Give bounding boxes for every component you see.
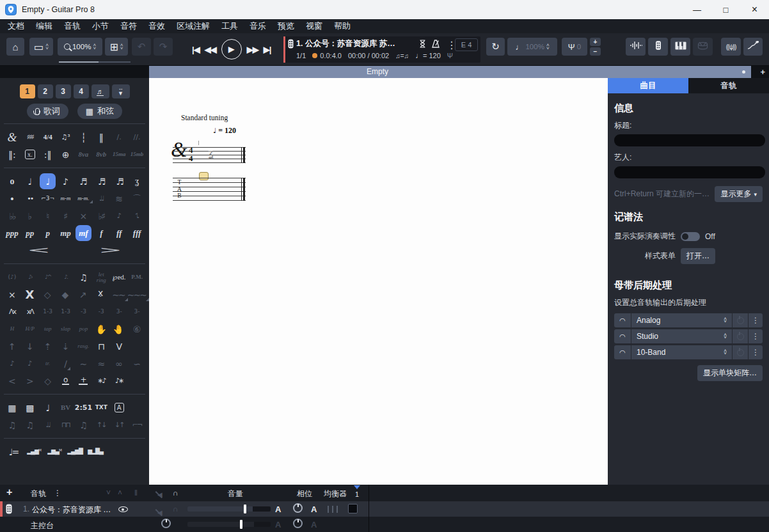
collapse-up-icon[interactable]: ˄ bbox=[118, 489, 122, 497]
wave-icon[interactable]: ∼ bbox=[80, 359, 88, 368]
triplet-feel-icon[interactable]: ♫³ bbox=[61, 134, 70, 141]
mastering-select-10band[interactable]: 10-Band ˄˅ bbox=[631, 345, 732, 359]
golpe-thumb-icon[interactable]: ♪∗ bbox=[115, 377, 123, 384]
let-ring-notes-icon[interactable]: ♫ bbox=[79, 273, 88, 282]
redo-button[interactable]: ↷ bbox=[154, 38, 173, 56]
chords-button[interactable]: ▦ 和弦 bbox=[77, 104, 122, 119]
beam-group-icon[interactable]: ⊓⊓ bbox=[61, 421, 70, 428]
arpeggio-up-icon[interactable]: ⇡ bbox=[44, 342, 52, 351]
voice-2-button[interactable]: 2 bbox=[38, 84, 53, 98]
text-annotation-icon[interactable]: TXT bbox=[95, 405, 107, 411]
wah-open-icon[interactable]: o bbox=[62, 377, 69, 385]
auto-beam-icon[interactable]: ♫ bbox=[8, 421, 17, 430]
quarter-rest-icon[interactable]: ʓ bbox=[135, 177, 139, 186]
pop-icon[interactable]: pop bbox=[79, 326, 88, 332]
play-icon[interactable]: ▶ bbox=[221, 39, 242, 59]
loop-button[interactable]: ↻ bbox=[486, 38, 505, 56]
pick-upstroke-icon[interactable]: V bbox=[116, 342, 122, 351]
custom-tuplet-icon[interactable]: m-m. bbox=[77, 196, 89, 201]
grace-before-beat-icon[interactable]: ♪ bbox=[10, 360, 14, 367]
menu-item[interactable]: 文档 bbox=[8, 20, 24, 32]
voice-1-button[interactable]: 1 bbox=[20, 84, 35, 98]
pan-automation-icon[interactable]: ▆▂█▄ bbox=[88, 449, 103, 455]
quindicesima-alta-icon[interactable]: 15ma bbox=[113, 152, 126, 157]
master-gain-knob[interactable] bbox=[161, 519, 171, 528]
multivoice-icon[interactable]: ⌐¬ bbox=[132, 421, 141, 428]
natural-icon[interactable]: ♮ bbox=[46, 212, 49, 221]
vibrato-icon[interactable]: ∼∼ bbox=[112, 290, 124, 299]
dynamic-ppp-icon[interactable]: ppp bbox=[6, 229, 19, 237]
transpose-control[interactable]: Ψ 0 bbox=[562, 38, 587, 56]
triplet-icon[interactable]: ⌐3¬ bbox=[41, 196, 54, 201]
key-signature-icon[interactable]: ♯♯♯ bbox=[27, 134, 33, 141]
power-button[interactable] bbox=[733, 345, 748, 359]
open-repeat-icon[interactable]: ‖: bbox=[8, 150, 16, 159]
dynamic-fff-icon[interactable]: fff bbox=[133, 229, 141, 237]
title-input[interactable] bbox=[614, 134, 765, 146]
lyrics-button[interactable]: 歌词 bbox=[27, 104, 68, 119]
menu-item[interactable]: 音乐 bbox=[250, 20, 266, 32]
sixty-fourth-note-icon[interactable]: ♬ bbox=[116, 177, 122, 186]
visibility-eye-icon[interactable] bbox=[118, 506, 128, 512]
score-area[interactable]: Standard tuning ♩ = 120 & 44 ʓ TAB bbox=[149, 78, 608, 485]
menu-item[interactable]: 区域注解 bbox=[177, 20, 210, 32]
dynamic-pp-icon[interactable]: pp bbox=[26, 229, 34, 237]
ghost-note-icon[interactable]: (♪) bbox=[8, 274, 17, 280]
track-info-display[interactable]: 1. 公众号：苏音资源库 苏… ⋮ E 4 1/1 0.0:4.0 00:00 … bbox=[283, 36, 480, 63]
menu-item[interactable]: 编辑 bbox=[36, 20, 52, 32]
zoom-slider[interactable] bbox=[59, 61, 131, 63]
tie-notes-icon[interactable]: ♩♩ bbox=[99, 195, 103, 202]
kebab-menu-icon[interactable]: ⋮ bbox=[54, 489, 61, 497]
hammer-pull-icon[interactable]: H/P bbox=[26, 326, 35, 332]
whammy-dip-icon[interactable]: x bbox=[98, 288, 103, 301]
show-more-button[interactable]: 显示更多 ▾ bbox=[715, 186, 763, 202]
show-pedalboard-matrix-button[interactable]: 显示单块矩阵… bbox=[697, 365, 763, 381]
golpe-finger-icon[interactable]: ∗♪ bbox=[97, 377, 105, 384]
staccato-icon[interactable]: ♪. bbox=[64, 274, 67, 280]
mastering-select-studio[interactable]: Studio ˄˅ bbox=[631, 329, 732, 343]
tuplet-icon[interactable]: m-m bbox=[61, 196, 71, 201]
line-in-button[interactable] bbox=[743, 38, 763, 56]
open-stylesheet-button[interactable]: 打开… bbox=[681, 248, 715, 264]
tempo-marking-icon[interactable]: ♩= bbox=[9, 448, 18, 457]
eighth-note-icon[interactable]: ♪ bbox=[63, 177, 68, 186]
turn-icon[interactable]: ∽ bbox=[133, 359, 141, 368]
metronome-icon[interactable] bbox=[432, 39, 440, 51]
timer-icon[interactable]: 2:51 bbox=[75, 404, 92, 411]
trill-icon[interactable]: tr. bbox=[45, 361, 50, 366]
ottava-bassa-icon[interactable]: 8vb bbox=[96, 151, 106, 158]
auto-stem-icon[interactable]: ♫ bbox=[79, 421, 88, 430]
ottava-alta-icon[interactable]: 8va bbox=[78, 151, 88, 158]
zoom-control[interactable]: 100% ˄˅ bbox=[58, 38, 102, 56]
tremolo-bar-up-icon[interactable]: xΛ bbox=[27, 308, 33, 315]
grace-on-beat-icon[interactable]: ♪ bbox=[28, 360, 32, 367]
half-note-icon[interactable]: ♩ bbox=[28, 177, 33, 186]
maximize-button[interactable]: □ bbox=[711, 0, 740, 19]
slide-in-from-below-icon[interactable]: 1-3 bbox=[43, 309, 52, 315]
master-automation-icon[interactable]: ▂▆▄ᴹ bbox=[47, 449, 61, 455]
pinch-harmonic-icon[interactable]: ◆ bbox=[62, 290, 69, 299]
split-beam-icon[interactable]: ♩♩ bbox=[45, 421, 49, 428]
barre-icon[interactable]: BV bbox=[61, 404, 70, 411]
treble-clef-icon[interactable]: & bbox=[8, 131, 17, 143]
rasgueado-icon[interactable]: rasg. bbox=[77, 343, 89, 349]
document-tab[interactable]: Empty bbox=[149, 66, 751, 78]
skip-to-end-icon[interactable]: ▶| bbox=[264, 45, 271, 54]
tempo-automation-icon[interactable]: ▂▄▆ᴹ bbox=[27, 449, 41, 455]
fade-in-icon[interactable]: < bbox=[8, 377, 16, 386]
double-dotted-note-icon[interactable]: •• bbox=[27, 195, 33, 202]
stem-up-icon[interactable]: ↑↓ bbox=[97, 421, 106, 428]
collapse-palette-button[interactable]: ↔ ▼ bbox=[112, 84, 130, 98]
track-sound-swatch[interactable] bbox=[348, 504, 358, 513]
master-pan-automation[interactable]: A bbox=[311, 520, 317, 529]
feedback-button[interactable]: ((ψ)) bbox=[721, 38, 741, 56]
kebab-menu-icon[interactable]: ⋮ bbox=[749, 345, 763, 359]
chord-diagram-icon[interactable]: ▦ bbox=[8, 403, 16, 412]
menu-item[interactable]: 小节 bbox=[92, 20, 109, 32]
semitone-up-icon[interactable]: ♪ bbox=[117, 212, 122, 219]
fast-forward-icon[interactable]: ▶▶ bbox=[247, 45, 258, 54]
volume-automation-icon[interactable]: ▂▄▆█ bbox=[67, 449, 83, 455]
fretboard-button[interactable] bbox=[648, 38, 668, 56]
dynamic-mp-icon[interactable]: mp bbox=[60, 229, 71, 237]
concert-pitch-toggle[interactable] bbox=[681, 232, 700, 241]
